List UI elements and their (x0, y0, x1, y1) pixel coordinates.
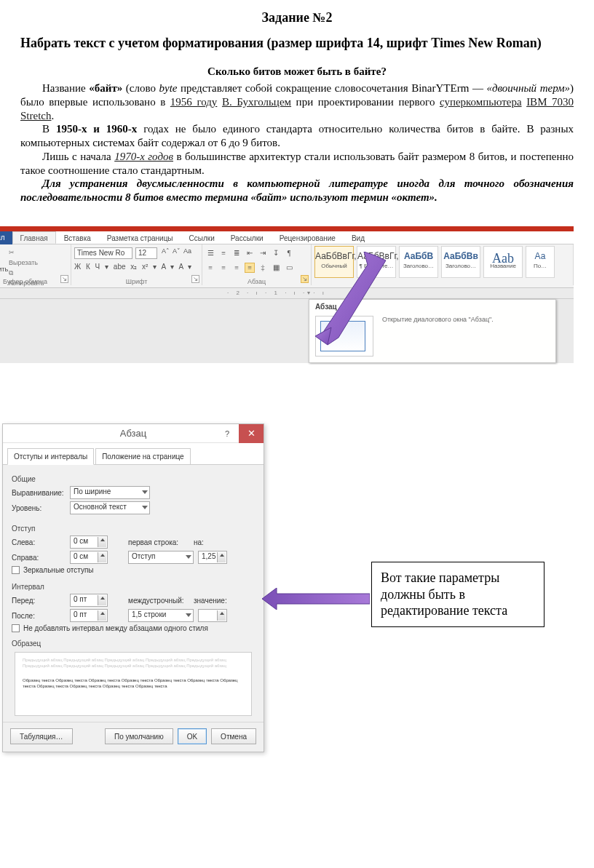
style-subtitle[interactable]: АаПо… (526, 246, 555, 278)
font-grow-shrink[interactable]: A˄ A˅ Aa (162, 247, 191, 255)
t: · 2 · ı · 1 · ı ·▾· ı (227, 290, 327, 296)
t: Название (42, 82, 89, 94)
t: 1956 году (170, 96, 218, 108)
multilevel-icon[interactable]: ≣ (231, 248, 242, 258)
cut-button[interactable]: ✂ Вырезать (9, 247, 68, 268)
tab-home[interactable]: Главная (12, 231, 56, 244)
article-body: Сколько битов может быть в байте? Назван… (20, 65, 574, 204)
group-label: Шрифт (71, 278, 202, 285)
accent-bar (0, 226, 574, 231)
t: В (42, 123, 56, 135)
para-2: В 1950-х и 1960-х годах не было единого … (20, 122, 574, 150)
style-h1[interactable]: АаБбВЗаголово… (399, 246, 438, 278)
font-style-buttons[interactable]: Ж К Ч ▾ abe x₂ x² ▾ A ▾ A ▾ (74, 263, 191, 271)
t: (слово (122, 82, 159, 94)
tooltip-body: Открытие диалогового окна "Абзац". (382, 316, 494, 323)
sort-icon[interactable]: ↧ (271, 248, 281, 258)
t: Aab (484, 247, 522, 263)
tab-file[interactable]: Файл (0, 231, 12, 244)
para-3: Лишь с начала 1970-х годов в большинстве… (20, 150, 574, 178)
style-nospacing[interactable]: АаБбВвГг,¶ Без инте… (357, 246, 396, 278)
t: представляет собой сокращение словосочет… (178, 82, 487, 94)
task-instruction: Набрать текст с учетом форматирования (р… (20, 34, 574, 52)
article-heading: Сколько битов может быть в байте? (20, 65, 574, 79)
t: «двоичный терм» (486, 82, 570, 94)
t: Название (484, 263, 522, 273)
t: Заголово… (400, 263, 437, 273)
tabs-bar: Файл Главная Вставка Разметка страницы С… (0, 231, 574, 244)
paragraph-tooltip: Абзац Открытие диалогового окна "Абзац". (309, 299, 556, 363)
line-spacing-icon[interactable]: ‡ (258, 263, 268, 273)
tooltip-title: Абзац (309, 300, 555, 312)
group-styles: АаБбВвГг,Обычный АаБбВвГг,¶ Без инте… Аа… (312, 244, 574, 285)
t: . (52, 110, 55, 122)
t: Вырезать (9, 258, 68, 268)
para-1: Название «байт» (слово byte представляет… (20, 81, 574, 122)
align-left-icon[interactable]: ≡ (205, 263, 215, 273)
paste-label: Вставить (0, 266, 9, 273)
para-4: Для устранения двусмысленности в компьют… (20, 177, 574, 204)
tab-layout[interactable]: Разметка страницы (99, 231, 181, 244)
tab-view[interactable]: Вид (344, 231, 373, 244)
indent-dec-icon[interactable]: ⇤ (245, 248, 255, 258)
t: 1950-х и 1960-х (56, 123, 137, 135)
task-title: Задание №2 (20, 10, 574, 25)
style-normal[interactable]: АаБбВвГг,Обычный (314, 246, 354, 278)
t: АаБбВвГг, (357, 247, 395, 263)
t: Обычный (315, 263, 353, 273)
t: Аа (526, 247, 554, 263)
shading-icon[interactable]: ▦ (271, 263, 281, 273)
group-paragraph: ☰ ≡ ≣ ⇤ ⇥ ↧ ¶ ≡ ≡ ≡ ≡ ‡ ▦ ▭ Абзац (202, 244, 312, 285)
group-clipboard: Вставить ✂ Вырезать ⧉ Копировать ✎ Форма… (0, 244, 71, 285)
tab-mail[interactable]: Рассылки (223, 231, 272, 244)
group-label: Абзац (202, 278, 311, 285)
tooltip-thumb (315, 316, 373, 357)
numbering-icon[interactable]: ≡ (218, 248, 229, 258)
group-label: Буфер обмена (0, 278, 71, 285)
group-font: Times New Ro 12 A˄ A˅ Aa Ж К Ч ▾ abe x₂ … (71, 244, 202, 285)
word-ribbon: Файл Главная Вставка Разметка страницы С… (0, 226, 574, 365)
tab-review[interactable]: Рецензирование (272, 231, 344, 244)
ruler: · 2 · ı · 1 · ı ·▾· ı (0, 288, 574, 299)
tab-insert[interactable]: Вставка (56, 231, 99, 244)
t: суперкомпьютера (440, 96, 522, 108)
t: В. Бухгольцем (222, 96, 291, 108)
t: ¶ Без инте… (357, 263, 395, 273)
t: при проектировании первого (291, 96, 440, 108)
t: Заголово… (442, 263, 480, 273)
t: АаБбВв (442, 247, 480, 263)
t: АаБбВвГг, (315, 247, 353, 263)
t: «байт» (89, 82, 122, 94)
font-name-select[interactable]: Times New Ro (74, 247, 132, 259)
t: По… (526, 263, 554, 273)
style-title[interactable]: AabНазвание (483, 246, 523, 278)
indent-inc-icon[interactable]: ⇥ (258, 248, 268, 258)
t: byte (159, 82, 178, 94)
t: АаБбВ (400, 247, 437, 263)
align-justify-icon[interactable]: ≡ (245, 263, 255, 273)
font-size-select[interactable]: 12 (135, 247, 157, 259)
ribbon: Вставить ✂ Вырезать ⧉ Копировать ✎ Форма… (0, 244, 574, 288)
align-right-icon[interactable]: ≡ (231, 263, 242, 273)
t: Лишь с начала (42, 151, 114, 162)
pilcrow-icon[interactable]: ¶ (284, 248, 294, 258)
paste-button[interactable]: Вставить (0, 247, 4, 273)
borders-icon[interactable]: ▭ (284, 263, 294, 273)
tab-refs[interactable]: Ссылки (181, 231, 223, 244)
t: 1970-х годов (114, 151, 173, 162)
style-h2[interactable]: АаБбВвЗаголово… (441, 246, 480, 278)
bullets-icon[interactable]: ☰ (205, 248, 215, 258)
align-center-icon[interactable]: ≡ (218, 263, 229, 273)
